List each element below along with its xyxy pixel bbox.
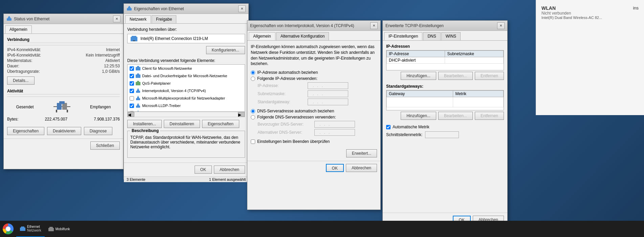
element-4: Microsoft-Multiplexorprotokoll für Netzw… (128, 94, 245, 102)
chrome-taskbar-icon[interactable] (0, 221, 16, 237)
eigenschaften-abbrechen[interactable]: Abbrechen (214, 166, 245, 174)
tab-allgemein-status[interactable]: Allgemein (5, 25, 32, 34)
erweitert-button[interactable]: Erweitert... (346, 149, 377, 157)
element-1-check[interactable] (130, 74, 134, 78)
internetprotokoll-tabs: Allgemein Alternative Konfiguration (247, 31, 380, 41)
eigenschaften-ethernet-window: Eigenschaften von Ethernet ✕ Netzwerk Fr… (124, 3, 249, 179)
schnittstelle-label: Schnittstellenmetrik: (386, 132, 422, 137)
erweiterte-close[interactable]: ✕ (497, 22, 505, 29)
internetprotokoll-close[interactable]: ✕ (370, 22, 378, 29)
eigenschaften-bottom: OK Abbrechen (124, 163, 248, 176)
beschreibung-title: Beschreibung (130, 128, 160, 133)
internetprotokoll-content: IP-Einstellungen können automatisch zuge… (247, 41, 380, 161)
svg-rect-2 (8, 16, 10, 18)
eigenschaften-ethernet-title: Eigenschaften von Ethernet (134, 6, 238, 11)
konfigurieren-button[interactable]: Konfigurieren... (206, 46, 245, 54)
dns-manual-text: Folgende DNS-Serveradressen verwenden: (257, 115, 336, 120)
internetprotokoll-titlebar: Eigenschaften von Internetprotokoll, Ver… (247, 21, 380, 31)
ip-action-buttons: Hinzufügen... Bearbeiten... Entfernen (386, 72, 504, 80)
svg-rect-19 (137, 73, 139, 75)
gw-hinzufuegen[interactable]: Hinzufügen... (401, 112, 436, 120)
einstellungen-check-label[interactable]: Einstellungen beim Beenden überprüfen (251, 139, 377, 144)
dns-auto-label[interactable]: DNS-Serveradresse automatisch beziehen (251, 109, 377, 113)
network-icon (6, 16, 12, 22)
verbindung-table: IPv4-Konnektivität: Internet IPv6-Konnek… (7, 47, 120, 74)
elemente-list[interactable]: Client für Microsoft-Netzwerke Datei- un… (127, 64, 245, 112)
dns-manual-radio[interactable] (251, 115, 255, 120)
scroll-right[interactable]: ▶ (238, 112, 245, 117)
chrome-icon (3, 223, 14, 234)
bytes-row: Bytes: 222.475.007 7.908.137.376 (7, 117, 120, 122)
internetprotokoll-ok[interactable]: OK (326, 164, 344, 172)
ipv4-row: IPv4-Konnektivität: Internet (7, 47, 120, 52)
uebertragung-row: Übertragungsrate: 1,0 GBit/s (7, 69, 120, 74)
ip-bearbeiten[interactable]: Bearbeiten... (438, 72, 473, 80)
wlan-title: WLAN (541, 5, 639, 11)
mobilfunk-taskbar-button[interactable]: Mobilfunk (45, 221, 73, 237)
action-buttons: Eigenschaften Deaktivieren Diagnose (7, 127, 120, 135)
tab-ip-einstellungen[interactable]: IP-Einstellungen (384, 32, 422, 40)
eigenschaften-button[interactable]: Eigenschaften (7, 127, 44, 135)
subnet-row: Subnetzmaske: (258, 90, 377, 97)
element-0-check[interactable] (130, 66, 134, 71)
eigenschaften-close[interactable]: ✕ (238, 5, 246, 12)
tab-wins[interactable]: WINS (441, 32, 461, 40)
element-5-check[interactable] (130, 104, 134, 108)
deinstallieren-button[interactable]: Deinstallieren (164, 120, 200, 128)
ip-fields: IP-Adresse: Subnetzmaske: Standardgatewa… (258, 82, 377, 105)
ip-auto-label[interactable]: IP-Adresse automatisch beziehen (251, 70, 377, 75)
elemente-buttons: Installieren... Deinstallieren Eigenscha… (127, 120, 245, 128)
tab-dns[interactable]: DNS (423, 32, 440, 40)
gw-entfernen[interactable]: Entfernen (475, 112, 504, 120)
svg-rect-30 (138, 103, 138, 105)
dns-auto-radio[interactable] (251, 109, 255, 113)
gw-empty-row (387, 97, 504, 107)
internetprotokoll-abbrechen[interactable]: Abbrechen (346, 164, 377, 172)
dns-pref-label: Bevorzugter DNS-Server: (258, 122, 312, 127)
erweiterte-tcp-titlebar: Erweiterte TCP/IP-Einstellungen ✕ (383, 21, 507, 31)
ip-entfernen[interactable]: Entfernen (475, 72, 504, 80)
gateway-field-label: Standardgateway: (258, 100, 305, 104)
ip-manual-radio[interactable] (251, 77, 255, 81)
diagnose-button[interactable]: Diagnose (84, 127, 113, 135)
scroll-track (134, 112, 238, 117)
tab-netzwerk[interactable]: Netzwerk (125, 15, 151, 23)
deaktivieren-button[interactable]: Deaktivieren (47, 127, 81, 135)
eigenschaften-ok[interactable]: OK (195, 166, 212, 174)
installieren-button[interactable]: Installieren... (127, 120, 162, 128)
beschreibung-group: Beschreibung TCP/IP, das Standardprotoko… (127, 131, 245, 158)
wlan-panel: WLAN Nicht verbunden Intel(R) Dual Band … (536, 0, 644, 115)
ipv6-row: IPv6-Konnektivität: Kein Internetzugriff (7, 53, 120, 58)
status-ethernet-close[interactable]: ✕ (113, 16, 120, 22)
svg-rect-9 (127, 8, 132, 10)
gw-bearbeiten[interactable]: Bearbeiten... (438, 112, 473, 120)
tab-allgemein-ip[interactable]: Allgemein (249, 32, 275, 40)
eigenschaften2-button[interactable]: Eigenschaften (202, 120, 239, 128)
ip-input (308, 82, 348, 89)
element-4-check[interactable] (130, 96, 134, 101)
ip-manual-label[interactable]: Folgende IP-Adresse verwenden: (251, 76, 377, 81)
adapter-name: Intel(R) Ethernet Connection I219-LM (140, 36, 208, 41)
auto-metric-label[interactable]: Automatische Metrik (386, 125, 504, 129)
schliessen-button[interactable]: Schließen (90, 142, 120, 150)
element-2-check[interactable] (130, 81, 134, 86)
status-ethernet-tabs: Allgemein (4, 24, 123, 34)
adapter-row: Intel(R) Ethernet Connection I219-LM (127, 34, 245, 43)
element-3-check[interactable] (130, 89, 134, 93)
ethernet-taskbar-button[interactable]: Ethernet Netzwerk (16, 221, 45, 237)
dns-manual-label[interactable]: Folgende DNS-Serveradressen verwenden: (251, 115, 377, 120)
tab-freigabe[interactable]: Freigabe (152, 15, 176, 23)
verbindung-title: Verbindung (7, 37, 29, 42)
ip-hinzufuegen[interactable]: Hinzufügen... (401, 72, 436, 80)
auto-metric-checkbox[interactable] (386, 125, 391, 129)
svg-rect-24 (138, 88, 138, 90)
aktivitaet-section: Gesendet Empfangen (7, 100, 120, 114)
list-scrollbar[interactable]: ◀ ▶ (127, 112, 245, 117)
details-button[interactable]: Details... (7, 77, 35, 85)
tab-alternative[interactable]: Alternative Konfiguration (276, 32, 329, 40)
svg-rect-35 (21, 227, 24, 228)
einstellungen-checkbox[interactable] (251, 139, 255, 144)
ip-auto-radio[interactable] (251, 70, 255, 75)
recv-bytes: 7.908.137.376 (94, 117, 120, 122)
scroll-left[interactable]: ◀ (128, 112, 134, 117)
